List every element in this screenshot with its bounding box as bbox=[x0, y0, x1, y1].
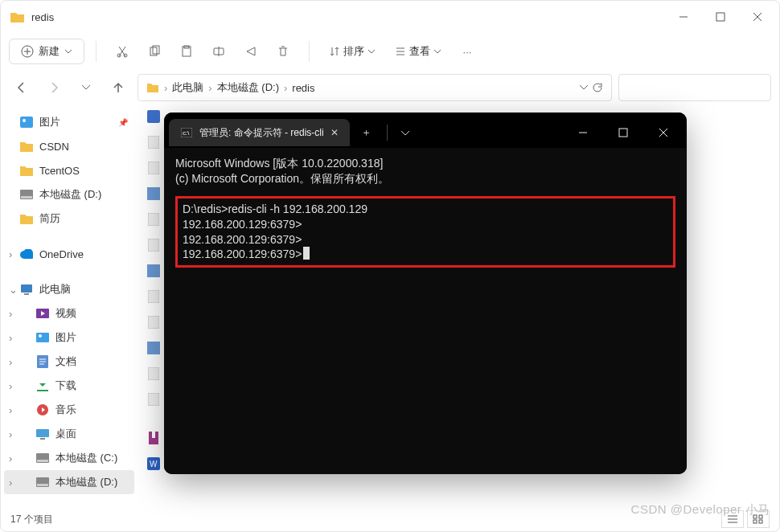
file-icon bbox=[147, 290, 160, 303]
tab-close-icon[interactable]: ✕ bbox=[330, 127, 339, 138]
breadcrumb[interactable]: 本地磁盘 (D:) bbox=[217, 80, 279, 95]
sidebar-item-pictures[interactable]: 图片📌 bbox=[4, 110, 134, 134]
svg-rect-37 bbox=[148, 290, 159, 303]
item-count: 17 个项目 bbox=[10, 513, 53, 526]
breadcrumb[interactable]: redis bbox=[292, 82, 314, 94]
view-button[interactable]: 查看 bbox=[387, 39, 450, 63]
sidebar-item-disk-c[interactable]: 本地磁盘 (C:) bbox=[4, 446, 134, 470]
sidebar-item-thispc[interactable]: 此电脑 bbox=[4, 277, 134, 301]
sort-button[interactable]: 排序 bbox=[321, 39, 384, 63]
terminal-minimize-button[interactable] bbox=[564, 117, 601, 149]
chevron-down-icon[interactable] bbox=[579, 82, 589, 93]
disk-icon bbox=[20, 188, 33, 201]
sidebar-item-downloads[interactable]: 下载 bbox=[4, 374, 134, 398]
terminal-line: Microsoft Windows [版本 10.0.22000.318] bbox=[175, 156, 675, 171]
disk-icon bbox=[36, 476, 49, 489]
terminal-cursor bbox=[303, 247, 310, 260]
svg-rect-14 bbox=[24, 293, 29, 295]
refresh-icon[interactable] bbox=[592, 82, 603, 93]
monitor-icon bbox=[20, 283, 33, 296]
word-icon: W bbox=[147, 457, 160, 470]
copy-button[interactable] bbox=[140, 37, 169, 66]
svg-rect-40 bbox=[148, 367, 159, 380]
desktop-icon bbox=[36, 428, 49, 440]
svg-rect-31 bbox=[148, 136, 159, 149]
terminal-line: (c) Microsoft Corporation。保留所有权利。 bbox=[175, 171, 675, 186]
folder-icon bbox=[146, 81, 159, 94]
sidebar-item-videos[interactable]: 视频 bbox=[4, 301, 134, 325]
close-button[interactable] bbox=[739, 1, 776, 33]
terminal-line: 192.168.200.129:6379> bbox=[183, 232, 668, 248]
rename-button[interactable] bbox=[204, 37, 233, 66]
breadcrumb[interactable]: 此电脑 bbox=[172, 80, 203, 95]
sidebar: 图片📌 CSDN TcentOS 本地磁盘 (D:) 简历 OneDrive 此… bbox=[1, 105, 138, 507]
cloud-icon bbox=[20, 248, 33, 260]
more-button[interactable]: ··· bbox=[453, 37, 482, 66]
disk-icon bbox=[36, 452, 49, 464]
file-icon bbox=[147, 393, 160, 406]
chevron-down-icon bbox=[367, 47, 376, 55]
tab-dropdown-button[interactable] bbox=[394, 128, 417, 137]
up-button[interactable] bbox=[105, 75, 131, 100]
nav-row: › 此电脑 › 本地磁盘 (D:) › redis bbox=[1, 70, 779, 105]
sort-icon bbox=[329, 46, 340, 57]
recent-button[interactable] bbox=[73, 75, 99, 100]
explorer-titlebar[interactable]: redis bbox=[1, 1, 779, 33]
view-icon bbox=[395, 46, 406, 57]
picture-icon bbox=[36, 331, 49, 344]
cut-button[interactable] bbox=[108, 37, 137, 66]
svg-rect-25 bbox=[37, 484, 48, 486]
sidebar-item-desktop[interactable]: 桌面 bbox=[4, 422, 134, 446]
sidebar-item-onedrive[interactable]: OneDrive bbox=[4, 242, 134, 266]
new-button[interactable]: 新建 bbox=[9, 39, 84, 64]
svg-point-2 bbox=[117, 54, 121, 57]
share-button[interactable] bbox=[236, 37, 265, 66]
file-icon bbox=[147, 239, 160, 252]
svg-rect-20 bbox=[36, 429, 49, 437]
svg-text:c:\: c:\ bbox=[183, 129, 190, 137]
svg-rect-27 bbox=[152, 432, 155, 438]
sidebar-item-resume[interactable]: 简历 bbox=[4, 207, 134, 231]
sidebar-item-csdn[interactable]: CSDN bbox=[4, 134, 134, 158]
svg-rect-45 bbox=[759, 520, 762, 523]
terminal-output[interactable]: Microsoft Windows [版本 10.0.22000.318] (c… bbox=[164, 148, 687, 474]
paste-button[interactable] bbox=[172, 37, 201, 66]
terminal-tab[interactable]: c:\ 管理员: 命令提示符 - redis-cli ✕ bbox=[169, 119, 350, 146]
terminal-maximize-button[interactable] bbox=[605, 117, 642, 149]
picture-icon bbox=[20, 116, 33, 129]
highlighted-region: D:\redis>redis-cli -h 192.168.200.129 19… bbox=[175, 196, 675, 268]
plus-circle-icon bbox=[21, 45, 34, 58]
new-tab-button[interactable]: ＋ bbox=[353, 119, 380, 146]
svg-point-10 bbox=[23, 119, 26, 122]
back-button[interactable] bbox=[9, 75, 35, 100]
minimize-button[interactable] bbox=[665, 1, 702, 33]
exe-icon bbox=[147, 264, 160, 277]
forward-button[interactable] bbox=[41, 75, 67, 100]
sidebar-item-music[interactable]: 音乐 bbox=[4, 398, 134, 422]
folder-icon bbox=[20, 164, 33, 177]
download-icon bbox=[36, 379, 49, 392]
sidebar-item-disk-d[interactable]: 本地磁盘 (D:) bbox=[4, 470, 134, 494]
svg-rect-32 bbox=[148, 162, 159, 174]
file-icon bbox=[147, 367, 160, 380]
exe-icon bbox=[147, 187, 160, 200]
video-icon bbox=[36, 307, 49, 320]
search-input[interactable] bbox=[618, 74, 771, 101]
sidebar-item-pictures[interactable]: 图片 bbox=[4, 325, 134, 350]
sidebar-item-tcentos[interactable]: TcentOS bbox=[4, 158, 134, 182]
maximize-button[interactable] bbox=[702, 1, 739, 33]
sidebar-item-documents[interactable]: 文档 bbox=[4, 350, 134, 374]
tab-title: 管理员: 命令提示符 - redis-cli bbox=[199, 126, 324, 140]
svg-rect-0 bbox=[716, 13, 725, 21]
terminal-tabbar[interactable]: c:\ 管理员: 命令提示符 - redis-cli ✕ ＋ bbox=[164, 113, 687, 148]
terminal-line: D:\redis>redis-cli -h 192.168.200.129 bbox=[183, 202, 668, 217]
svg-rect-12 bbox=[21, 196, 32, 198]
window-title: redis bbox=[31, 11, 54, 23]
address-bar[interactable]: › 此电脑 › 本地磁盘 (D:) › redis bbox=[138, 74, 612, 101]
file-icon bbox=[147, 136, 160, 149]
pin-icon: 📌 bbox=[118, 118, 128, 127]
terminal-close-button[interactable] bbox=[645, 117, 682, 149]
delete-button[interactable] bbox=[269, 37, 298, 66]
svg-rect-9 bbox=[20, 117, 33, 128]
sidebar-item-disk-d[interactable]: 本地磁盘 (D:) bbox=[4, 182, 134, 207]
